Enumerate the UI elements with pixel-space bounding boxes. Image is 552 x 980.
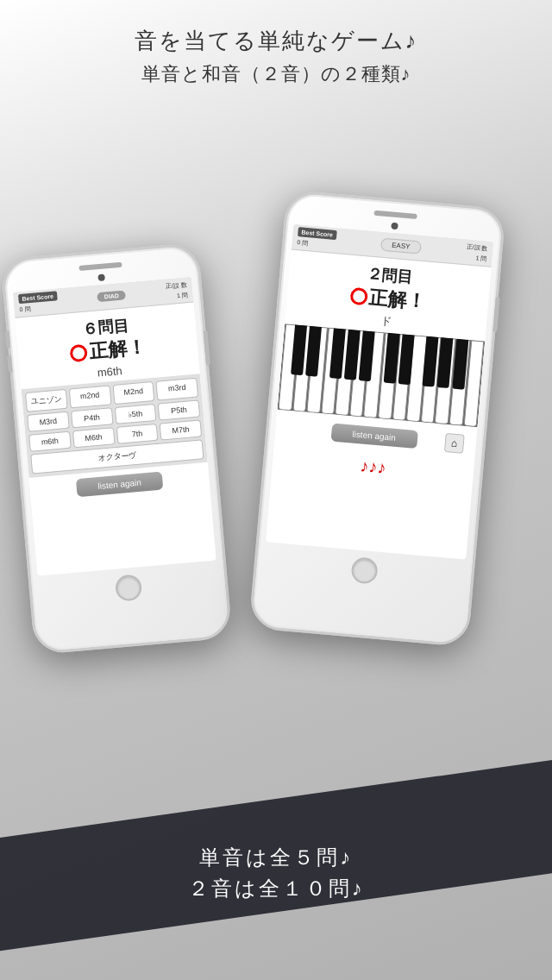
- home-button-left[interactable]: [115, 574, 143, 602]
- btn-7th[interactable]: 7th: [116, 424, 158, 444]
- btn-P5th[interactable]: P5th: [158, 399, 200, 420]
- camera-right: [391, 223, 398, 230]
- phone-left: Best Score 0 問 DIAD 正/誤 数 1 問 ６問目 正解！ m6…: [0, 242, 232, 655]
- home-icon-right[interactable]: ⌂: [444, 432, 465, 453]
- btn-M2nd[interactable]: M2nd: [112, 381, 155, 405]
- band-text-area: 単音は全５問♪ ２音は全１０問♪: [0, 844, 552, 902]
- correct-label-right: 正/誤 数: [466, 242, 488, 253]
- listen-again-btn-right[interactable]: listen again: [330, 423, 417, 449]
- speaker-right: [373, 210, 417, 219]
- btn-M7th[interactable]: M7th: [160, 419, 202, 440]
- correct-count-left: 1 問: [177, 291, 189, 300]
- screen-left: Best Score 0 問 DIAD 正/誤 数 1 問 ６問目 正解！ m6…: [13, 277, 216, 576]
- volume-up-button[interactable]: [5, 330, 11, 348]
- btn-b5th[interactable]: ♭5th: [114, 404, 156, 424]
- volume-down-button[interactable]: [7, 355, 13, 372]
- top-line1: 音を当てる単純なゲーム♪: [0, 26, 552, 56]
- band-line1: 単音は全５問♪: [0, 844, 552, 871]
- btn-m3rd[interactable]: m3rd: [156, 378, 199, 401]
- listen-again-btn-left[interactable]: listen again: [76, 472, 163, 498]
- speaker-left: [78, 262, 122, 271]
- home-button-right[interactable]: [350, 556, 379, 585]
- btn-M6th[interactable]: M6th: [72, 427, 115, 448]
- top-text-area: 音を当てる単純なゲーム♪ 単音と和音（２音）の２種類♪: [0, 26, 552, 87]
- btn-unison[interactable]: ユニゾン: [25, 389, 68, 412]
- home-symbol: ⌂: [451, 437, 458, 449]
- interval-grid-left: ユニゾン m2nd M2nd m3rd M3rd P4th ♭5th P5th …: [22, 374, 208, 478]
- correct-circle-left: [69, 344, 88, 363]
- score-count-left: 0 問: [19, 302, 58, 314]
- correct-label-left: 正/誤 数: [165, 280, 187, 291]
- white-keys-right: [277, 324, 485, 427]
- btn-P4th[interactable]: P4th: [71, 407, 113, 428]
- correct-text-right: 正解！: [367, 285, 426, 316]
- correct-text-left: 正解！: [88, 335, 147, 366]
- mode-btn-left[interactable]: DIAD: [97, 290, 126, 302]
- band-line2: ２音は全１０問♪: [0, 875, 552, 902]
- btn-m6th[interactable]: m6th: [28, 431, 71, 452]
- phone-right: Best Score 0 問 EASY 正/誤 数 1 問 ２問目 正解！ ド: [248, 190, 505, 647]
- score-count-right: 0 問: [297, 238, 336, 250]
- btn-m2nd[interactable]: m2nd: [68, 385, 111, 408]
- correct-circle-right: [349, 287, 368, 306]
- top-line2: 単音と和音（２音）の２種類♪: [0, 61, 552, 87]
- camera-left: [97, 273, 105, 281]
- btn-M3rd[interactable]: M3rd: [27, 411, 69, 432]
- screen-right: Best Score 0 問 EASY 正/誤 数 1 問 ２問目 正解！ ド: [266, 224, 493, 560]
- mode-btn-right[interactable]: EASY: [380, 238, 422, 254]
- piano-right: [277, 324, 485, 427]
- correct-count-right: 1 問: [475, 254, 487, 263]
